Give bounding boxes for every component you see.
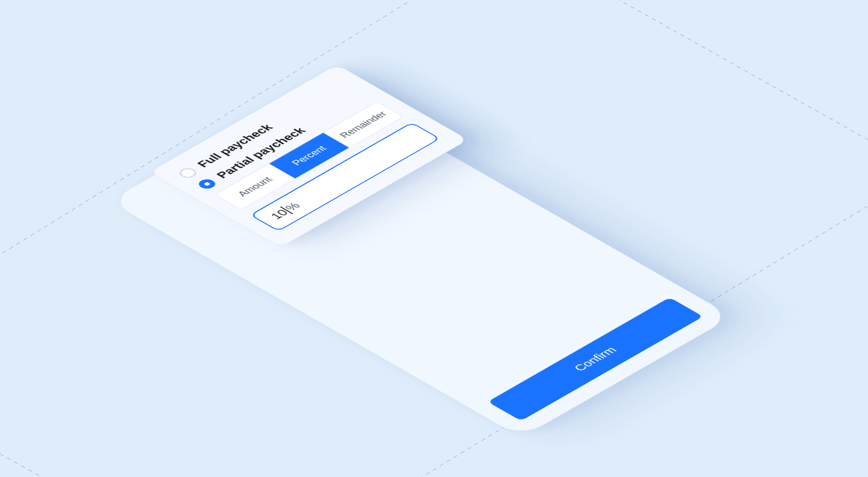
radio-unselected-icon [176,167,199,180]
svg-line-2 [0,379,407,477]
svg-line-3 [475,0,868,224]
option-full-paycheck[interactable]: Full paycheck [176,80,350,180]
phone-frame: Full paycheck Partial paycheck Amount Pe… [108,80,733,438]
radio-selected-icon [195,178,218,190]
confirm-button[interactable]: Confirm [488,297,703,421]
paycheck-options-card: Full paycheck Partial paycheck Amount Pe… [149,64,469,247]
